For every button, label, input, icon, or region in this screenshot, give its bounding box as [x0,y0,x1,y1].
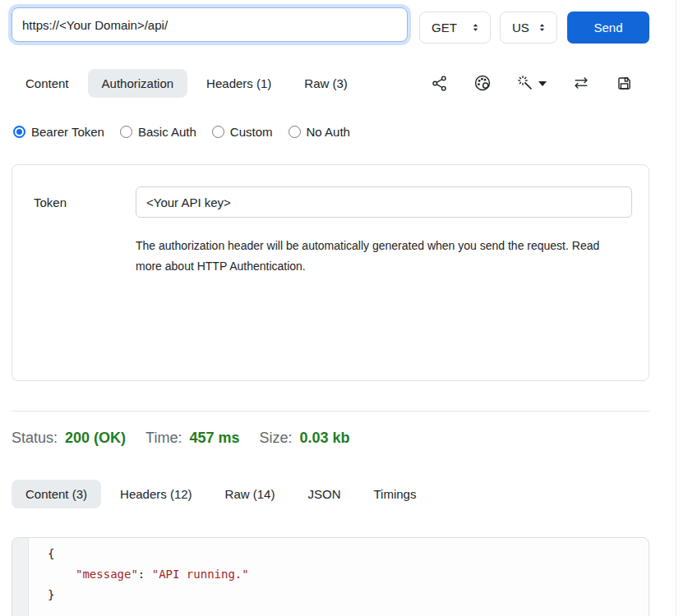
send-button[interactable]: Send [567,11,649,44]
token-help-text: The authorization header will be automat… [136,236,629,277]
right-column-border [676,0,676,616]
request-toolbar [431,74,633,92]
size-label: Size: [259,430,292,447]
code-line: "message": "API running." [48,564,249,585]
share-button[interactable] [431,75,448,92]
response-status-bar: Status: 200 (OK) Time: 457 ms Size: 0.03… [12,430,370,447]
swap-button[interactable] [572,74,590,92]
tab-authorization[interactable]: Authorization [88,69,188,98]
radio-no-auth[interactable] [289,126,301,138]
auth-option-bearer[interactable]: Bearer Token [13,125,104,139]
response-json-body: { "message": "API running." } [29,538,249,616]
time-label: Time: [145,430,182,447]
status-label: Status: [12,430,58,447]
json-separator: : [138,568,152,581]
request-tabs: Content Authorization Headers (1) Raw (3… [12,69,362,98]
resp-tab-timings[interactable]: Timings [359,480,430,508]
auth-option-no-auth[interactable]: No Auth [289,125,350,139]
time-value: 457 ms [189,430,239,447]
theme-button[interactable] [473,74,492,92]
caret-down-icon [538,81,547,86]
region-select-value: US [512,21,529,34]
code-gutter [12,538,29,616]
size-value: 0.03 kb [300,430,350,447]
resp-tab-content[interactable]: Content (3) [12,480,101,508]
auth-option-custom[interactable]: Custom [212,125,273,139]
bearer-token-panel: Token The authorization header will be a… [12,164,649,381]
tab-headers[interactable]: Headers (1) [192,69,285,98]
palette-icon [473,74,492,92]
resp-tab-headers[interactable]: Headers (12) [106,480,206,508]
share-icon [431,75,448,92]
method-select-value: GET [432,21,457,34]
magic-menu-button[interactable] [517,75,547,92]
magic-wand-icon [517,75,534,92]
resp-tab-json[interactable]: JSON [293,480,354,508]
response-body-viewer: { "message": "API running." } [12,537,649,616]
save-icon [616,75,633,92]
json-value: "API running." [152,568,249,581]
resp-tab-raw[interactable]: Raw (14) [211,480,289,508]
radio-bearer-token[interactable] [13,126,25,138]
code-line: { [48,544,249,564]
radio-basic-auth[interactable] [120,126,132,138]
updown-arrows-icon [469,21,482,34]
code-line: } [48,585,249,605]
tab-raw[interactable]: Raw (3) [290,69,362,98]
token-label: Token [34,195,67,209]
section-divider [12,411,649,411]
url-input[interactable] [12,7,408,42]
json-key: "message" [76,568,138,581]
response-tabs: Content (3) Headers (12) Raw (14) JSON T… [12,480,430,508]
auth-option-label: Bearer Token [31,125,104,139]
swap-arrows-icon [572,74,590,92]
updown-arrows-icon [536,21,548,34]
method-select[interactable]: GET [419,11,491,44]
auth-option-label: Custom [230,125,273,139]
tab-content[interactable]: Content [12,69,83,98]
radio-custom[interactable] [212,126,224,138]
save-button[interactable] [616,75,633,92]
auth-type-options: Bearer Token Basic Auth Custom No Auth [13,125,350,139]
auth-option-label: Basic Auth [138,125,196,139]
status-value: 200 (OK) [65,430,126,447]
token-input[interactable] [136,186,632,218]
region-select[interactable]: US [500,11,557,44]
auth-option-basic[interactable]: Basic Auth [120,125,196,139]
auth-option-label: No Auth [307,125,350,139]
